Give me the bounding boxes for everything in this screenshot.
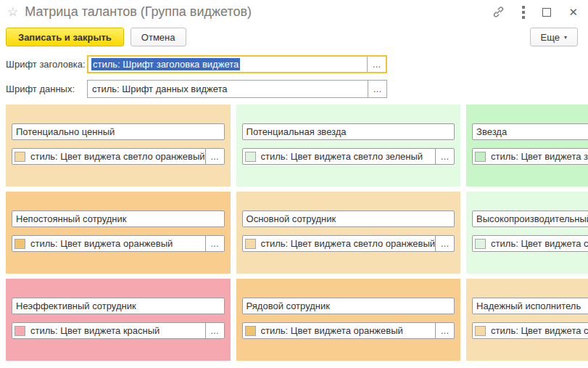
widget-color-field[interactable]: стиль: Цвет виджета красный … bbox=[12, 322, 225, 339]
title-font-label: Шрифт заголовка: bbox=[6, 59, 87, 70]
window-menu-icon[interactable] bbox=[522, 6, 525, 19]
color-value: стиль: Цвет виджета зеленый bbox=[491, 151, 588, 162]
color-picker-button[interactable]: … bbox=[435, 149, 454, 164]
widget-title-input[interactable] bbox=[12, 210, 225, 227]
color-value: стиль: Цвет виджета светло оранжевый bbox=[491, 325, 588, 336]
widget-title-input[interactable] bbox=[472, 298, 588, 314]
color-swatch bbox=[15, 152, 25, 162]
title-font-input[interactable]: стиль: Шрифт заголовка виджета … bbox=[87, 55, 387, 73]
widget-title-input[interactable] bbox=[242, 210, 455, 227]
color-value: стиль: Цвет виджета светло зеленый bbox=[261, 151, 436, 162]
widget-color-field[interactable]: стиль: Цвет виджета светло оранжевый … bbox=[12, 148, 225, 165]
cancel-button[interactable]: Отмена bbox=[131, 28, 186, 46]
command-bar: Записать и закрыть Отмена Еще ▾ bbox=[0, 24, 588, 51]
widget-color-field[interactable]: стиль: Цвет виджета светло зеленый … bbox=[472, 235, 588, 252]
widget-matrix-grid: стиль: Цвет виджета светло оранжевый … с… bbox=[6, 105, 566, 361]
save-and-close-button[interactable]: Записать и закрыть bbox=[6, 28, 124, 46]
favorite-star-icon[interactable]: ☆ bbox=[7, 6, 18, 18]
color-swatch bbox=[475, 152, 486, 162]
color-picker-button[interactable]: … bbox=[205, 149, 224, 164]
widget-color-field[interactable]: стиль: Цвет виджета оранжевый … bbox=[12, 235, 225, 252]
data-font-label: Шрифт данных: bbox=[6, 83, 87, 94]
widget-title-input[interactable] bbox=[472, 123, 588, 140]
color-value: стиль: Цвет виджета светло оранжевый bbox=[261, 238, 436, 249]
maximize-icon[interactable] bbox=[542, 8, 551, 17]
color-picker-button[interactable]: … bbox=[435, 323, 454, 338]
widget-title-input[interactable] bbox=[12, 298, 225, 314]
widget-color-field[interactable]: стиль: Цвет виджета оранжевый … bbox=[242, 322, 455, 339]
font-settings: Шрифт заголовка: стиль: Шрифт заголовка … bbox=[0, 51, 588, 98]
window-title: Матрица талантов (Группа виджетов) bbox=[25, 4, 492, 20]
color-picker-button[interactable]: … bbox=[205, 236, 224, 251]
widget-card-core-employee: стиль: Цвет виджета светло оранжевый … bbox=[236, 192, 461, 274]
titlebar: ☆ Матрица талантов (Группа виджетов) ✕ bbox=[0, 0, 588, 24]
widget-card-high-performer: стиль: Цвет виджета светло зеленый … bbox=[466, 192, 588, 274]
widget-title-input[interactable] bbox=[472, 210, 588, 227]
widget-color-field[interactable]: стиль: Цвет виджета светло оранжевый … bbox=[242, 235, 455, 252]
color-value: стиль: Цвет виджета оранжевый bbox=[261, 325, 436, 336]
color-swatch bbox=[245, 326, 256, 336]
data-font-picker-button[interactable]: … bbox=[368, 81, 386, 97]
color-picker-button[interactable]: … bbox=[435, 236, 454, 251]
color-value: стиль: Цвет виджета красный bbox=[30, 325, 205, 336]
close-icon[interactable]: ✕ bbox=[568, 7, 578, 17]
color-value: стиль: Цвет виджета оранжевый bbox=[30, 238, 205, 249]
widget-card-average-employee: стиль: Цвет виджета оранжевый … bbox=[236, 279, 461, 361]
link-icon[interactable] bbox=[492, 6, 505, 18]
widget-card-potentially-valuable: стиль: Цвет виджета светло оранжевый … bbox=[6, 105, 231, 187]
widget-title-input[interactable] bbox=[242, 298, 455, 314]
color-picker-button[interactable]: … bbox=[205, 323, 224, 338]
color-swatch bbox=[475, 239, 486, 249]
widget-card-star: стиль: Цвет виджета зеленый … bbox=[466, 105, 588, 187]
data-font-row: Шрифт данных: стиль: Шрифт данных виджет… bbox=[6, 80, 588, 98]
window-controls: ✕ bbox=[492, 6, 578, 19]
widget-color-field[interactable]: стиль: Цвет виджета светло зеленый … bbox=[242, 148, 455, 165]
dropdown-arrow-icon: ▾ bbox=[564, 34, 567, 41]
color-swatch bbox=[245, 239, 256, 249]
color-swatch bbox=[475, 326, 486, 336]
widget-card-inconsistent-employee: стиль: Цвет виджета оранжевый … bbox=[6, 192, 231, 274]
data-font-value: стиль: Шрифт данных виджета bbox=[91, 83, 229, 95]
color-value: стиль: Цвет виджета светло оранжевый bbox=[30, 151, 205, 162]
widget-card-potential-star: стиль: Цвет виджета светло зеленый … bbox=[236, 105, 461, 187]
title-font-value: стиль: Шрифт заголовка виджета bbox=[91, 58, 240, 70]
color-swatch bbox=[15, 239, 25, 249]
color-swatch bbox=[15, 326, 25, 336]
widget-card-ineffective-employee: стиль: Цвет виджета красный … bbox=[6, 279, 231, 361]
widget-title-input[interactable] bbox=[12, 123, 225, 140]
data-font-input[interactable]: стиль: Шрифт данных виджета … bbox=[87, 80, 387, 98]
more-button-label: Еще bbox=[541, 32, 560, 43]
color-value: стиль: Цвет виджета светло зеленый bbox=[491, 238, 588, 249]
title-font-row: Шрифт заголовка: стиль: Шрифт заголовка … bbox=[6, 55, 588, 73]
title-font-picker-button[interactable]: … bbox=[367, 57, 386, 72]
widget-card-reliable-performer: стиль: Цвет виджета светло оранжевый … bbox=[466, 279, 588, 361]
widget-title-input[interactable] bbox=[242, 123, 455, 140]
more-button[interactable]: Еще ▾ bbox=[530, 28, 578, 46]
widget-color-field[interactable]: стиль: Цвет виджета светло оранжевый … bbox=[472, 322, 588, 339]
widget-color-field[interactable]: стиль: Цвет виджета зеленый … bbox=[472, 148, 588, 165]
color-swatch bbox=[245, 152, 256, 162]
